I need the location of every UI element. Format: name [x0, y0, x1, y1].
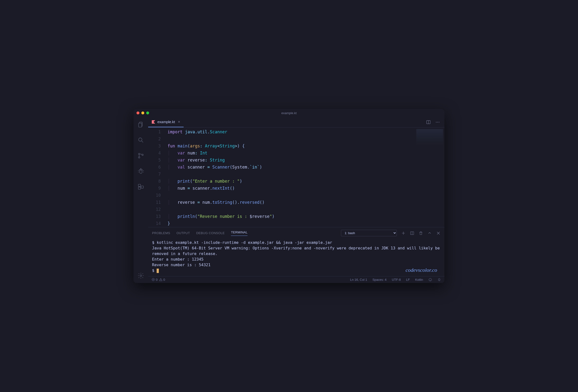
- status-feedback-icon[interactable]: [428, 278, 432, 282]
- svg-point-3: [142, 154, 143, 156]
- panel-tabs: PROBLEMS OUTPUT DEBUG CONSOLE TERMINAL 1…: [148, 227, 444, 238]
- terminal-line: $ kotlinc example.kt -include-runtime -d…: [152, 240, 440, 245]
- source-control-icon[interactable]: [137, 151, 145, 160]
- bottom-panel: PROBLEMS OUTPUT DEBUG CONSOLE TERMINAL 1…: [148, 227, 444, 276]
- status-encoding[interactable]: UTF-8: [392, 278, 401, 282]
- code-editor[interactable]: 1234567891011121314 import java.util.Sca…: [148, 128, 444, 227]
- status-indent[interactable]: Spaces: 4: [373, 278, 387, 282]
- line-number-gutter: 1234567891011121314: [148, 129, 168, 227]
- search-icon[interactable]: [137, 136, 145, 145]
- editor-tabs: example.kt ×: [148, 117, 444, 128]
- panel-tab-debug-console[interactable]: DEBUG CONSOLE: [196, 231, 225, 235]
- panel-tab-problems[interactable]: PROBLEMS: [152, 231, 170, 235]
- minimap[interactable]: [416, 129, 443, 146]
- terminal-line: $: [152, 268, 440, 273]
- split-editor-icon[interactable]: [426, 120, 431, 125]
- maximize-window-button[interactable]: [146, 111, 149, 114]
- titlebar[interactable]: example.kt: [134, 109, 444, 117]
- minimize-window-button[interactable]: [141, 111, 144, 114]
- svg-point-14: [429, 278, 432, 281]
- svg-point-10: [437, 122, 438, 122]
- activity-bar: [134, 117, 148, 283]
- svg-rect-6: [141, 186, 143, 188]
- watermark: codevscolor.co: [406, 267, 437, 273]
- svg-point-2: [139, 157, 140, 158]
- window-title: example.kt: [282, 111, 297, 115]
- status-eol[interactable]: LF: [406, 278, 410, 282]
- status-language[interactable]: Kotlin: [415, 278, 423, 282]
- svg-rect-5: [139, 187, 141, 189]
- terminal-line: Reverse number is : 54321: [152, 262, 440, 268]
- new-terminal-icon[interactable]: [401, 231, 406, 235]
- status-warnings[interactable]: 0: [159, 278, 165, 282]
- terminal-cursor: [157, 269, 159, 273]
- svg-point-7: [140, 275, 142, 277]
- close-panel-icon[interactable]: [436, 231, 440, 235]
- status-left: 0 0: [151, 278, 165, 282]
- status-bar: 0 0 Ln 16, Col 1 Spaces: 4 UTF-8 LF Kotl…: [148, 276, 444, 283]
- tab-label: example.kt: [157, 120, 175, 124]
- main-body: example.kt × 1234567891011121314 import …: [134, 117, 444, 283]
- kill-terminal-icon[interactable]: [419, 231, 423, 235]
- terminal-line: Java HotSpot(TM) 64-Bit Server VM warnin…: [152, 245, 440, 256]
- panel-controls: 1: bash: [341, 230, 440, 236]
- traffic-lights: [137, 111, 149, 114]
- code-content[interactable]: import java.util.Scanner fun main(args: …: [168, 129, 444, 227]
- editor-window: example.kt: [134, 109, 444, 283]
- close-window-button[interactable]: [137, 111, 139, 114]
- editor-actions: [426, 120, 444, 125]
- panel-tab-terminal[interactable]: TERMINAL: [231, 231, 247, 236]
- split-terminal-icon[interactable]: [410, 231, 414, 235]
- svg-rect-4: [139, 184, 141, 187]
- terminal-select[interactable]: 1: bash: [341, 230, 397, 236]
- svg-point-11: [439, 122, 439, 122]
- kotlin-file-icon: [151, 120, 155, 124]
- settings-gear-icon[interactable]: [137, 271, 145, 280]
- main-area: example.kt × 1234567891011121314 import …: [148, 117, 444, 283]
- status-right: Ln 16, Col 1 Spaces: 4 UTF-8 LF Kotlin: [350, 278, 441, 282]
- terminal-line: Enter a number : 12345: [152, 256, 440, 262]
- explorer-icon[interactable]: [137, 120, 145, 129]
- extensions-icon[interactable]: [137, 182, 145, 191]
- tab-close-icon[interactable]: ×: [178, 120, 180, 124]
- tab-example-kt[interactable]: example.kt ×: [148, 117, 184, 127]
- terminal-content[interactable]: $ kotlinc example.kt -include-runtime -d…: [148, 238, 444, 276]
- more-actions-icon[interactable]: [435, 120, 440, 125]
- debug-icon[interactable]: [137, 167, 145, 176]
- svg-point-0: [139, 138, 142, 141]
- svg-point-9: [436, 122, 437, 122]
- status-errors[interactable]: 0: [151, 278, 158, 282]
- maximize-panel-icon[interactable]: [428, 231, 432, 235]
- panel-tab-output[interactable]: OUTPUT: [177, 231, 190, 235]
- svg-point-1: [139, 153, 140, 155]
- status-cursor-position[interactable]: Ln 16, Col 1: [350, 278, 367, 282]
- status-notifications-icon[interactable]: [437, 278, 441, 282]
